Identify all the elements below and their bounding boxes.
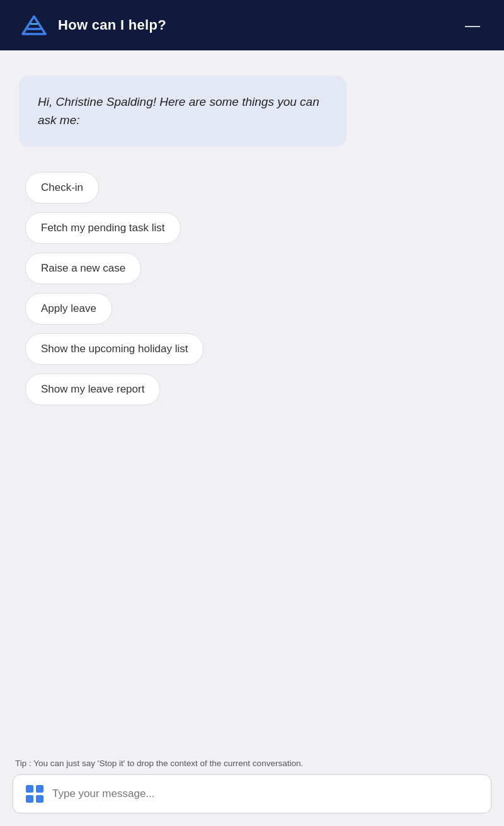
- tip-text: Tip : You can just say 'Stop it' to drop…: [13, 759, 491, 768]
- grid-dot-3: [26, 795, 33, 803]
- suggestion-btn-new-case[interactable]: Raise a new case: [25, 253, 141, 284]
- chat-spacer: [19, 418, 485, 746]
- zia-logo-icon: [19, 10, 49, 40]
- message-input[interactable]: [52, 788, 478, 800]
- suggestion-btn-pending-task[interactable]: Fetch my pending task list: [25, 212, 181, 244]
- suggestions-list: Check-inFetch my pending task listRaise …: [19, 172, 485, 405]
- grid-dot-4: [36, 795, 43, 803]
- header-left: How can I help?: [19, 10, 166, 40]
- header-title: How can I help?: [58, 17, 166, 33]
- app-header: How can I help? —: [0, 0, 504, 50]
- suggestion-btn-check-in[interactable]: Check-in: [25, 172, 99, 204]
- greeting-text: Hi, Christine Spalding! Here are some th…: [38, 93, 328, 129]
- svg-marker-0: [23, 16, 45, 34]
- chat-footer: Tip : You can just say 'Stop it' to drop…: [0, 759, 504, 826]
- suggestion-btn-leave-report[interactable]: Show my leave report: [25, 374, 160, 405]
- message-input-area: [13, 774, 491, 813]
- grid-dot-2: [36, 785, 43, 793]
- grid-menu-icon[interactable]: [26, 785, 43, 803]
- minimize-button[interactable]: —: [460, 15, 485, 35]
- greeting-bubble: Hi, Christine Spalding! Here are some th…: [19, 76, 346, 147]
- suggestion-btn-apply-leave[interactable]: Apply leave: [25, 293, 112, 324]
- suggestion-btn-holiday-list[interactable]: Show the upcoming holiday list: [25, 333, 203, 365]
- grid-dot-1: [26, 785, 33, 793]
- chat-area: Hi, Christine Spalding! Here are some th…: [0, 50, 504, 759]
